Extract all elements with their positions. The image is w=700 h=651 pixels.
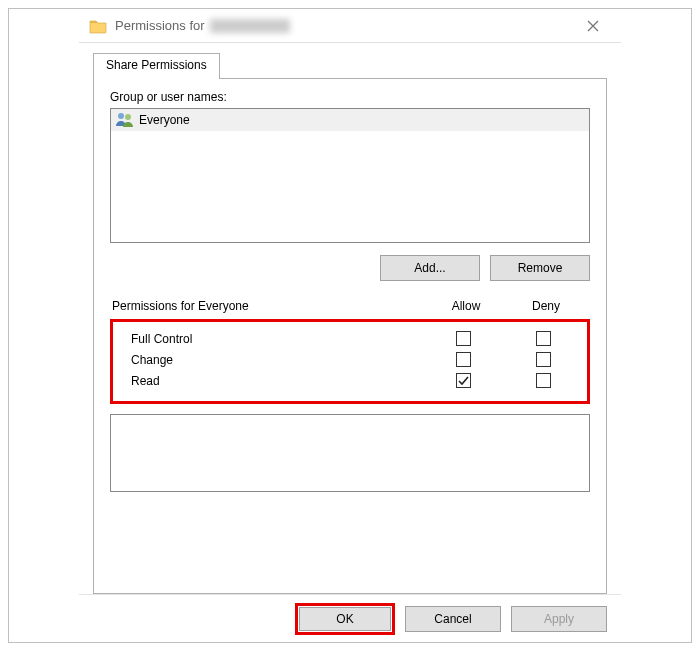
permissions-for-label: Permissions for Everyone <box>112 299 249 313</box>
ok-highlight-box: OK <box>295 603 395 635</box>
permissions-dialog: Permissions for Share Permissions Group … <box>79 9 621 642</box>
change-allow-checkbox[interactable] <box>456 352 471 367</box>
cancel-button[interactable]: Cancel <box>405 606 501 632</box>
remove-button[interactable]: Remove <box>490 255 590 281</box>
permission-label: Full Control <box>131 332 423 346</box>
window-title: Permissions for <box>115 18 290 34</box>
permission-label: Change <box>131 353 423 367</box>
close-button[interactable] <box>573 10 613 42</box>
svg-point-0 <box>118 113 124 119</box>
group-user-label: Group or user names: <box>110 90 590 104</box>
user-listbox[interactable]: Everyone <box>110 108 590 243</box>
folder-icon <box>89 17 107 35</box>
permission-row: Change <box>117 349 583 370</box>
permission-row: Read <box>117 370 583 391</box>
user-list-item[interactable]: Everyone <box>111 109 589 131</box>
tab-panel: Group or user names: Everyone <box>93 78 607 594</box>
ok-button[interactable]: OK <box>299 607 391 631</box>
read-deny-checkbox[interactable] <box>536 373 551 388</box>
read-allow-checkbox[interactable] <box>456 373 471 388</box>
apply-button[interactable]: Apply <box>511 606 607 632</box>
user-list-item-label: Everyone <box>139 113 190 127</box>
users-icon <box>115 111 135 129</box>
change-deny-checkbox[interactable] <box>536 352 551 367</box>
titlebar: Permissions for <box>79 9 621 43</box>
window-title-redacted <box>210 19 290 33</box>
tab-strip: Share Permissions <box>93 53 607 79</box>
deny-column-header: Deny <box>506 299 586 313</box>
svg-point-1 <box>125 114 131 120</box>
permissions-highlight-box: Full Control Change Read <box>110 319 590 404</box>
permission-row: Full Control <box>117 328 583 349</box>
tab-share-permissions[interactable]: Share Permissions <box>93 53 220 79</box>
add-button[interactable]: Add... <box>380 255 480 281</box>
permissions-table-header: Permissions for Everyone Allow Deny <box>110 299 590 319</box>
dialog-footer: OK Cancel Apply <box>79 594 621 642</box>
allow-column-header: Allow <box>426 299 506 313</box>
lower-empty-listbox <box>110 414 590 492</box>
full-control-deny-checkbox[interactable] <box>536 331 551 346</box>
full-control-allow-checkbox[interactable] <box>456 331 471 346</box>
permission-label: Read <box>131 374 423 388</box>
